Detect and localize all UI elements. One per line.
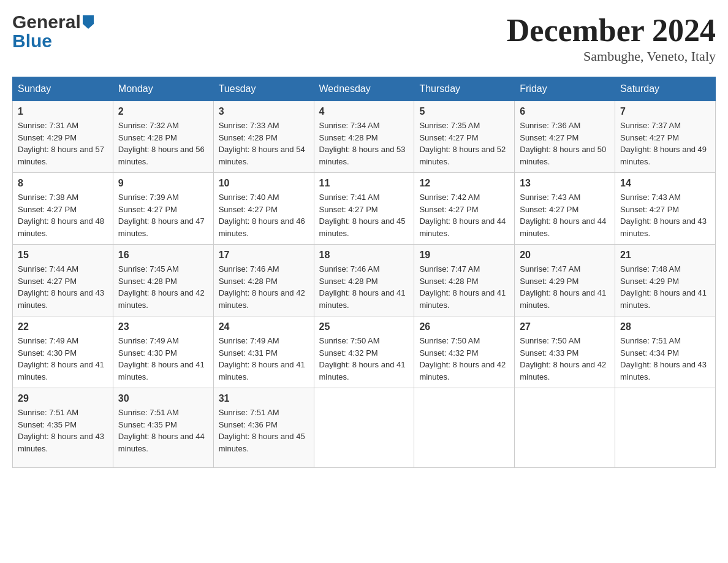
day-cell: 28 Sunrise: 7:51 AMSunset: 4:34 PMDaylig… (615, 316, 716, 388)
logo-general-text: General (12, 13, 81, 31)
day-number: 20 (520, 250, 610, 261)
day-number: 12 (419, 178, 509, 189)
day-number: 22 (18, 321, 108, 332)
day-info: Sunrise: 7:39 AMSunset: 4:27 PMDaylight:… (118, 193, 205, 238)
day-number: 2 (118, 106, 208, 117)
day-cell: 26 Sunrise: 7:50 AMSunset: 4:32 PMDaylig… (414, 316, 515, 388)
day-number: 10 (219, 178, 309, 189)
logo: General Blue (12, 12, 94, 50)
day-cell: 18 Sunrise: 7:46 AMSunset: 4:28 PMDaylig… (314, 245, 414, 316)
day-cell (314, 388, 414, 468)
day-cell: 23 Sunrise: 7:49 AMSunset: 4:30 PMDaylig… (113, 316, 213, 388)
location-title: Sambughe, Veneto, Italy (507, 48, 716, 64)
day-cell: 16 Sunrise: 7:45 AMSunset: 4:28 PMDaylig… (113, 245, 213, 316)
day-info: Sunrise: 7:38 AMSunset: 4:27 PMDaylight:… (18, 193, 104, 238)
day-info: Sunrise: 7:47 AMSunset: 4:29 PMDaylight:… (520, 264, 606, 310)
day-number: 14 (620, 178, 710, 189)
svg-marker-0 (83, 15, 94, 29)
day-header-wednesday: Wednesday (314, 77, 414, 101)
day-cell: 15 Sunrise: 7:44 AMSunset: 4:27 PMDaylig… (13, 245, 113, 316)
day-cell: 8 Sunrise: 7:38 AMSunset: 4:27 PMDayligh… (13, 173, 113, 245)
day-info: Sunrise: 7:42 AMSunset: 4:27 PMDaylight:… (419, 193, 506, 238)
day-cell: 10 Sunrise: 7:40 AMSunset: 4:27 PMDaylig… (213, 173, 314, 245)
day-cell: 29 Sunrise: 7:51 AMSunset: 4:35 PMDaylig… (13, 388, 113, 468)
day-number: 18 (319, 250, 409, 261)
day-cell: 11 Sunrise: 7:41 AMSunset: 4:27 PMDaylig… (314, 173, 414, 245)
day-number: 3 (219, 106, 309, 117)
day-info: Sunrise: 7:51 AMSunset: 4:35 PMDaylight:… (18, 408, 104, 453)
day-number: 27 (520, 321, 610, 332)
day-number: 11 (319, 178, 409, 189)
day-cell: 24 Sunrise: 7:49 AMSunset: 4:31 PMDaylig… (213, 316, 314, 388)
day-cell: 9 Sunrise: 7:39 AMSunset: 4:27 PMDayligh… (113, 173, 213, 245)
day-cell: 27 Sunrise: 7:50 AMSunset: 4:33 PMDaylig… (515, 316, 615, 388)
day-cell: 21 Sunrise: 7:48 AMSunset: 4:29 PMDaylig… (615, 245, 716, 316)
week-row-3: 15 Sunrise: 7:44 AMSunset: 4:27 PMDaylig… (13, 245, 716, 316)
day-cell: 12 Sunrise: 7:42 AMSunset: 4:27 PMDaylig… (414, 173, 515, 245)
days-header-row: SundayMondayTuesdayWednesdayThursdayFrid… (13, 77, 716, 101)
day-info: Sunrise: 7:46 AMSunset: 4:28 PMDaylight:… (219, 264, 305, 310)
day-number: 5 (419, 106, 509, 117)
day-cell: 20 Sunrise: 7:47 AMSunset: 4:29 PMDaylig… (515, 245, 615, 316)
day-cell: 25 Sunrise: 7:50 AMSunset: 4:32 PMDaylig… (314, 316, 414, 388)
day-header-thursday: Thursday (414, 77, 515, 101)
day-info: Sunrise: 7:34 AMSunset: 4:28 PMDaylight:… (319, 121, 406, 166)
day-number: 15 (18, 250, 108, 261)
day-number: 25 (319, 321, 409, 332)
day-number: 6 (520, 106, 610, 117)
day-cell: 2 Sunrise: 7:32 AMSunset: 4:28 PMDayligh… (113, 101, 213, 173)
day-number: 13 (520, 178, 610, 189)
week-row-4: 22 Sunrise: 7:49 AMSunset: 4:30 PMDaylig… (13, 316, 716, 388)
day-info: Sunrise: 7:49 AMSunset: 4:30 PMDaylight:… (118, 336, 205, 381)
day-info: Sunrise: 7:49 AMSunset: 4:31 PMDaylight:… (219, 336, 305, 381)
day-cell: 6 Sunrise: 7:36 AMSunset: 4:27 PMDayligh… (515, 101, 615, 173)
week-row-2: 8 Sunrise: 7:38 AMSunset: 4:27 PMDayligh… (13, 173, 716, 245)
day-cell (414, 388, 515, 468)
day-number: 9 (118, 178, 208, 189)
day-info: Sunrise: 7:31 AMSunset: 4:29 PMDaylight:… (18, 121, 104, 166)
day-info: Sunrise: 7:47 AMSunset: 4:28 PMDaylight:… (419, 264, 506, 310)
day-info: Sunrise: 7:51 AMSunset: 4:34 PMDaylight:… (620, 336, 707, 381)
day-info: Sunrise: 7:35 AMSunset: 4:27 PMDaylight:… (419, 121, 506, 166)
day-info: Sunrise: 7:36 AMSunset: 4:27 PMDaylight:… (520, 121, 606, 166)
day-info: Sunrise: 7:51 AMSunset: 4:36 PMDaylight:… (219, 408, 305, 453)
day-info: Sunrise: 7:33 AMSunset: 4:28 PMDaylight:… (219, 121, 305, 166)
day-number: 31 (219, 393, 309, 404)
day-header-tuesday: Tuesday (213, 77, 314, 101)
day-cell: 19 Sunrise: 7:47 AMSunset: 4:28 PMDaylig… (414, 245, 515, 316)
day-cell: 13 Sunrise: 7:43 AMSunset: 4:27 PMDaylig… (515, 173, 615, 245)
day-info: Sunrise: 7:40 AMSunset: 4:27 PMDaylight:… (219, 193, 305, 238)
day-number: 26 (419, 321, 509, 332)
day-number: 7 (620, 106, 710, 117)
day-number: 1 (18, 106, 108, 117)
page-header: General Blue December 2024 Sambughe, Ven… (12, 12, 716, 64)
day-cell: 14 Sunrise: 7:43 AMSunset: 4:27 PMDaylig… (615, 173, 716, 245)
day-cell: 5 Sunrise: 7:35 AMSunset: 4:27 PMDayligh… (414, 101, 515, 173)
day-info: Sunrise: 7:46 AMSunset: 4:28 PMDaylight:… (319, 264, 406, 310)
logo-blue-text: Blue (12, 31, 52, 51)
title-area: December 2024 Sambughe, Veneto, Italy (507, 12, 716, 64)
week-row-1: 1 Sunrise: 7:31 AMSunset: 4:29 PMDayligh… (13, 101, 716, 173)
day-number: 28 (620, 321, 710, 332)
day-cell: 4 Sunrise: 7:34 AMSunset: 4:28 PMDayligh… (314, 101, 414, 173)
day-number: 24 (219, 321, 309, 332)
day-info: Sunrise: 7:51 AMSunset: 4:35 PMDaylight:… (118, 408, 205, 453)
day-cell (515, 388, 615, 468)
day-number: 30 (118, 393, 208, 404)
day-cell: 1 Sunrise: 7:31 AMSunset: 4:29 PMDayligh… (13, 101, 113, 173)
day-info: Sunrise: 7:44 AMSunset: 4:27 PMDaylight:… (18, 264, 104, 310)
day-cell: 30 Sunrise: 7:51 AMSunset: 4:35 PMDaylig… (113, 388, 213, 468)
calendar-table: SundayMondayTuesdayWednesdayThursdayFrid… (12, 77, 716, 468)
day-info: Sunrise: 7:41 AMSunset: 4:27 PMDaylight:… (319, 193, 406, 238)
day-info: Sunrise: 7:43 AMSunset: 4:27 PMDaylight:… (620, 193, 707, 238)
week-row-5: 29 Sunrise: 7:51 AMSunset: 4:35 PMDaylig… (13, 388, 716, 468)
day-number: 23 (118, 321, 208, 332)
day-cell (615, 388, 716, 468)
day-header-saturday: Saturday (615, 77, 716, 101)
day-cell: 31 Sunrise: 7:51 AMSunset: 4:36 PMDaylig… (213, 388, 314, 468)
day-number: 4 (319, 106, 409, 117)
logo-arrow-icon (83, 15, 94, 32)
day-number: 29 (18, 393, 108, 404)
day-number: 16 (118, 250, 208, 261)
day-number: 19 (419, 250, 509, 261)
